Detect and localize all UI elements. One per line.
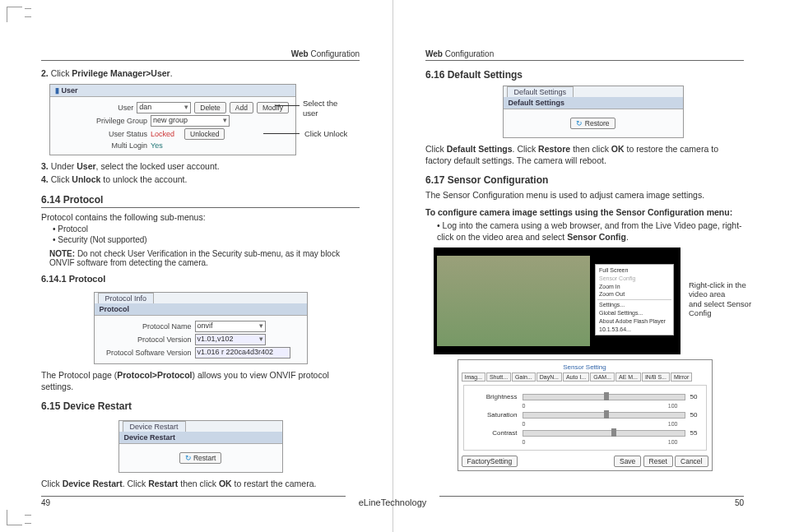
tab[interactable]: Shutt... bbox=[486, 372, 511, 382]
saturation-value: 50 bbox=[690, 411, 698, 419]
step-2: 2. Click Privilege Manager>User. bbox=[41, 67, 360, 79]
tab[interactable]: Mirror bbox=[671, 372, 692, 382]
default-settings-text: Click Default Settings. Click Restore th… bbox=[425, 143, 744, 166]
protocol-intro: Protocol contains the following sub-menu… bbox=[41, 211, 360, 223]
header-web: Web bbox=[291, 49, 309, 58]
ctx-item-sensor-config[interactable]: Sensor Config bbox=[597, 275, 671, 283]
page-number-left: 49 bbox=[41, 496, 346, 507]
page-header-right: Web Configuration bbox=[425, 49, 744, 61]
device-restart-head: Device Restart bbox=[119, 432, 282, 444]
ctx-item[interactable]: Zoom Out bbox=[597, 290, 671, 298]
sensor-lead: To configure camera image settings using… bbox=[425, 206, 744, 218]
default-settings-tab[interactable]: Default Settings bbox=[507, 86, 574, 97]
user-panel: ▮ User User dan Delete Add Modify Privil… bbox=[49, 84, 296, 155]
restart-button[interactable]: ↻ Restart bbox=[179, 452, 222, 464]
video-screenshot: Full Screen Sensor Config Zoom In Zoom O… bbox=[434, 247, 680, 354]
brightness-label: Brightness bbox=[472, 393, 518, 400]
callout-right-click: Right-click in the video area and select… bbox=[689, 280, 763, 318]
callout-line bbox=[263, 133, 300, 134]
device-restart-panel: Device Restart Device Restart ↻ Restart bbox=[118, 420, 283, 473]
cancel-button[interactable]: Cancel bbox=[675, 456, 708, 467]
tab[interactable]: Auto I... bbox=[563, 372, 589, 382]
default-settings-panel: Default Settings Default Settings ↻ Rest… bbox=[503, 86, 684, 138]
brightness-row: Brightness 50 bbox=[472, 393, 698, 400]
protocol-version-value[interactable]: v1.01,v102 bbox=[195, 334, 266, 345]
protocol-version-label: Protocol Version bbox=[101, 335, 192, 344]
header-web: Web bbox=[425, 49, 443, 58]
step-3: 3. Under User, select the locked user ac… bbox=[41, 160, 360, 172]
bullet-security: Security (Not supported) bbox=[53, 235, 360, 244]
user-status-label: User Status bbox=[57, 130, 147, 138]
protocol-name-label: Protocol Name bbox=[101, 322, 192, 331]
contrast-label: Contrast bbox=[472, 429, 518, 437]
page-spread: Web Configuration 2. Click Privilege Man… bbox=[0, 0, 785, 532]
user-status-value: Locked bbox=[151, 130, 174, 138]
header-label: Configuration bbox=[445, 49, 494, 58]
ctx-item[interactable]: Full Screen bbox=[597, 266, 671, 275]
callout-click-unlock: Click Unlock bbox=[304, 129, 347, 138]
ctx-item[interactable]: Settings... bbox=[597, 301, 671, 309]
privilege-group-select[interactable]: new group bbox=[151, 115, 230, 127]
protocol-panel: Protocol Info Protocol Protocol Nameonvi… bbox=[94, 292, 308, 364]
contrast-row: Contrast 55 bbox=[472, 429, 698, 437]
tab[interactable]: DayN... bbox=[536, 372, 562, 382]
protocol-text: The Protocol page (Protocol>Protocol) al… bbox=[41, 369, 360, 392]
note-box: NOTE: Do not check User Verification in … bbox=[49, 249, 360, 267]
page-left: Web Configuration 2. Click Privilege Man… bbox=[0, 0, 392, 532]
save-button[interactable]: Save bbox=[614, 456, 641, 467]
page-number-right: 50 bbox=[439, 496, 744, 507]
protocol-sw-version-value: v1.016 r 220ca4d3r402 bbox=[195, 347, 290, 359]
saturation-label: Saturation bbox=[472, 411, 518, 419]
restore-button[interactable]: ↻ Restore bbox=[570, 118, 615, 129]
saturation-row: Saturation 50 bbox=[472, 411, 698, 419]
unlocked-button[interactable]: Unlocked bbox=[184, 128, 225, 140]
context-menu[interactable]: Full Screen Sensor Config Zoom In Zoom O… bbox=[595, 264, 674, 335]
device-restart-text: Click Device Restart. Click Restart then… bbox=[41, 478, 360, 489]
default-settings-head: Default Settings bbox=[504, 97, 683, 109]
tab[interactable]: IN/B S... bbox=[642, 372, 670, 382]
sensor-setting-dialog: Sensor Setting Imag... Shutt... Gain... … bbox=[458, 359, 713, 471]
callout-select-user: Select the user bbox=[303, 99, 337, 118]
protocol-tab[interactable]: Protocol Info bbox=[98, 293, 155, 303]
ctx-item[interactable]: Zoom In bbox=[597, 283, 671, 291]
user-panel-title: ▮ User bbox=[50, 85, 295, 97]
ctx-item[interactable]: About Adobe Flash Player 10.1.53.64... bbox=[597, 317, 671, 334]
sensor-dialog-title: Sensor Setting bbox=[462, 363, 708, 371]
multi-login-label: Multi Login bbox=[57, 141, 147, 150]
tab[interactable]: Gain... bbox=[512, 372, 536, 382]
heading-6-14-1: 6.14.1 Protocol bbox=[41, 274, 360, 284]
contrast-value: 55 bbox=[690, 429, 698, 437]
heading-6-17: 6.17 Sensor Configuration bbox=[425, 174, 744, 186]
sensor-bullet: Log into the camera using a web browser,… bbox=[437, 220, 744, 243]
page-header-left: Web Configuration bbox=[41, 49, 360, 61]
callout-line bbox=[275, 105, 300, 106]
protocol-name-value[interactable]: onvif bbox=[195, 321, 266, 332]
brightness-slider[interactable] bbox=[523, 394, 685, 400]
sensor-intro: The Sensor Configuration menu is used to… bbox=[425, 189, 744, 201]
add-button[interactable]: Add bbox=[230, 102, 253, 113]
tab[interactable]: GAM... bbox=[590, 372, 615, 382]
brand-footer: eLineTechnology bbox=[359, 497, 427, 507]
user-label: User bbox=[57, 104, 133, 112]
saturation-slider[interactable] bbox=[523, 412, 685, 419]
delete-button[interactable]: Delete bbox=[194, 102, 226, 113]
multi-login-value: Yes bbox=[151, 141, 163, 150]
heading-6-15: 6.15 Device Restart bbox=[41, 400, 360, 412]
privilege-group-label: Privilege Group bbox=[57, 117, 147, 125]
step-4: 4. Click Unlock to unlock the account. bbox=[41, 173, 360, 185]
heading-6-14: 6.14 Protocol bbox=[41, 194, 360, 208]
modify-button[interactable]: Modify bbox=[257, 102, 289, 113]
tab[interactable]: AE M... bbox=[615, 372, 641, 382]
reset-button[interactable]: Reset bbox=[643, 456, 673, 467]
user-select[interactable]: dan bbox=[137, 102, 191, 113]
header-label: Configuration bbox=[311, 49, 360, 58]
device-restart-tab[interactable]: Device Restart bbox=[123, 421, 186, 432]
heading-6-16: 6.16 Default Settings bbox=[425, 69, 744, 81]
factory-setting-button[interactable]: FactorySetting bbox=[462, 456, 518, 467]
page-right: Web Configuration 6.16 Default Settings … bbox=[392, 0, 785, 532]
tab[interactable]: Imag... bbox=[462, 372, 485, 382]
brightness-value: 50 bbox=[690, 393, 698, 400]
contrast-slider[interactable] bbox=[523, 430, 685, 437]
protocol-sw-version-label: Protocol Software Version bbox=[101, 349, 192, 357]
ctx-item[interactable]: Global Settings... bbox=[597, 309, 671, 317]
